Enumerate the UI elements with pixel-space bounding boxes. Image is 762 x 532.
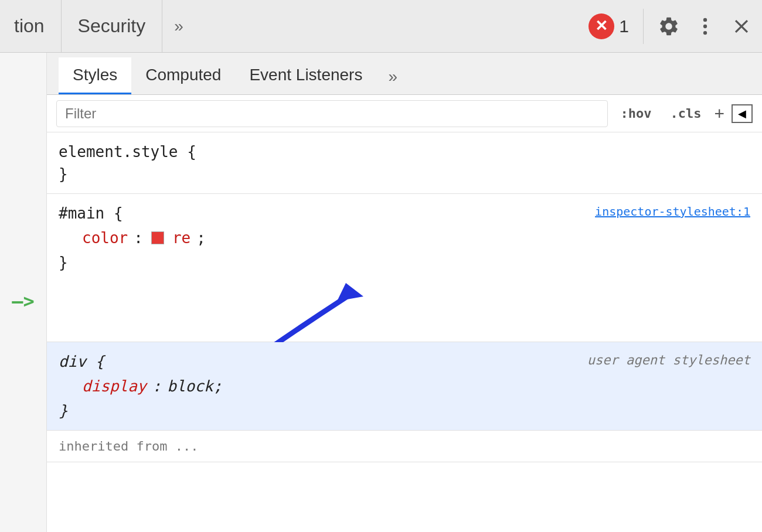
svg-marker-3: [337, 283, 363, 301]
property-name: color: [82, 229, 128, 247]
rule-property-color: color : re ;: [59, 227, 750, 249]
error-icon: ✕: [588, 13, 614, 39]
tab-bar: tion Security » ✕ 1: [0, 0, 762, 53]
property-value[interactable]: re: [172, 229, 190, 247]
color-swatch[interactable]: [151, 231, 164, 244]
rule-source-link[interactable]: inspector-stylesheet:1: [595, 204, 750, 219]
element-arrow: –>: [12, 290, 35, 312]
settings-button[interactable]: [658, 15, 680, 37]
sidebar: –>: [0, 53, 47, 532]
rule-selector: element.style {: [59, 143, 750, 161]
rule-close-brace: }: [59, 254, 750, 271]
main-panel: Styles Computed Event Listeners » :hov .…: [47, 53, 762, 532]
add-rule-button[interactable]: +: [714, 104, 724, 124]
new-rule-button[interactable]: ◀: [732, 104, 753, 123]
inherited-rule: inherited from ...: [47, 431, 762, 462]
tab-security[interactable]: Security: [62, 0, 163, 52]
tab-tion-label: tion: [14, 15, 45, 37]
divider: [643, 9, 644, 44]
svg-point-2: [703, 30, 707, 34]
rule-element-style: element.style { }: [47, 132, 762, 194]
more-options-button[interactable]: [694, 15, 716, 37]
error-badge[interactable]: ✕ 1: [588, 13, 629, 39]
rules-panel: element.style { } inspector-stylesheet:1…: [47, 132, 762, 532]
tab-bar-right: ✕ 1: [588, 9, 753, 44]
svg-point-1: [703, 24, 707, 28]
property-colon: :: [134, 229, 143, 247]
tab-computed[interactable]: Computed: [131, 57, 235, 94]
property-name: display: [82, 377, 147, 395]
devtools-body: –> Styles Computed Event Listeners »: [0, 53, 762, 532]
close-button[interactable]: [730, 15, 753, 37]
subtab-overflow-chevron[interactable]: »: [379, 59, 407, 94]
svg-point-0: [703, 18, 707, 21]
sub-tab-bar: Styles Computed Event Listeners »: [47, 53, 762, 95]
rule-source-label: user agent stylesheet: [587, 353, 750, 367]
cls-button[interactable]: .cls: [664, 104, 707, 123]
rule-property-display: display : block;: [59, 375, 750, 397]
rule-div: user agent stylesheet div { display : bl…: [47, 342, 762, 431]
rule-main: inspector-stylesheet:1 #main { color : r…: [47, 194, 762, 342]
rule-close-brace: }: [59, 165, 750, 183]
hov-button[interactable]: :hov: [615, 104, 658, 123]
tab-security-label: Security: [78, 15, 146, 37]
tab-tion[interactable]: tion: [9, 0, 62, 52]
styles-toolbar: :hov .cls + ◀: [47, 95, 762, 132]
tab-event-listeners[interactable]: Event Listeners: [235, 57, 376, 94]
filter-input[interactable]: [56, 100, 608, 127]
property-colon: :: [152, 377, 162, 395]
tab-styles[interactable]: Styles: [59, 57, 131, 94]
rule-close-brace: }: [59, 402, 750, 420]
property-value[interactable]: block;: [167, 377, 222, 395]
error-count: 1: [619, 16, 629, 36]
tab-overflow-chevron[interactable]: »: [162, 17, 195, 36]
